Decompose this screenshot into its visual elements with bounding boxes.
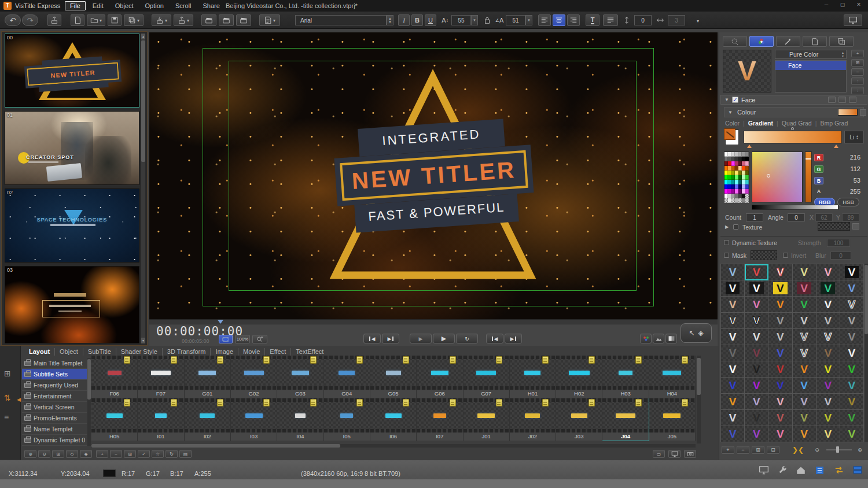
save-button[interactable] <box>108 14 122 26</box>
eyedropper-icon[interactable] <box>725 130 739 145</box>
texture-expand-icon[interactable]: ▶ <box>725 224 729 230</box>
zoom-level-button[interactable]: 100% <box>235 335 250 343</box>
tab-object[interactable]: Object <box>55 348 83 356</box>
y-field[interactable]: 89 <box>842 213 859 221</box>
external-monitor-icon[interactable] <box>757 464 771 476</box>
collapse-colour-icon[interactable]: ▼ <box>728 110 733 115</box>
home-icon[interactable] <box>794 464 808 476</box>
v-style-9[interactable]: V <box>793 280 816 297</box>
v-style-46[interactable]: V <box>816 378 840 394</box>
tab-effects[interactable] <box>776 36 800 47</box>
face-option1-button[interactable] <box>828 97 836 103</box>
archive-icon[interactable] <box>851 464 865 476</box>
export-button[interactable] <box>174 14 193 26</box>
timeline-ruler[interactable] <box>149 320 718 324</box>
menu-scroll[interactable]: Scroll <box>171 2 196 10</box>
new-document-button[interactable] <box>71 14 84 26</box>
v-style-50[interactable]: V <box>768 394 792 410</box>
category-vertical-screen[interactable]: Vertical Screen <box>22 402 87 413</box>
v-style-31[interactable]: V <box>745 345 768 361</box>
menu-edit[interactable]: Edit <box>88 2 108 10</box>
style-load-button[interactable]: ⊟ <box>767 446 779 454</box>
category-promoelements[interactable]: PromoElements <box>22 413 87 424</box>
tab-shader-style[interactable]: Shader Style <box>116 348 163 356</box>
hsb-mode-button[interactable]: HSB <box>837 198 859 206</box>
blur-field[interactable]: 0 <box>830 252 851 260</box>
v-style-64[interactable]: V <box>816 426 840 442</box>
thumbnail-01[interactable]: CREATOR SPOT 01 <box>5 111 139 185</box>
template-item-h01[interactable]: H01 <box>510 356 556 398</box>
close-icon[interactable]: ✕ <box>855 2 862 8</box>
font-family-select[interactable]: Arial <box>295 15 387 25</box>
category-main-title-templet[interactable]: Main Title Templet <box>22 358 87 369</box>
zoom-out-icon[interactable]: ⊖ <box>811 446 823 454</box>
tab-3d-transform[interactable]: 3D Transform <box>163 348 211 356</box>
v-style-57[interactable]: V <box>793 410 816 426</box>
replace-template-button[interactable]: ⊞ <box>124 450 136 458</box>
v-style-49[interactable]: V <box>745 394 768 410</box>
tab-effect[interactable]: Effect <box>265 348 291 356</box>
style-remove-button[interactable]: − <box>737 446 749 454</box>
pick-move-tool-button[interactable]: ↖◈ <box>681 323 712 343</box>
palette-swatch[interactable] <box>745 189 749 194</box>
template-item-j01[interactable]: J01 <box>464 398 510 441</box>
align-right-button[interactable] <box>567 14 580 26</box>
count-field[interactable]: 1 <box>746 213 763 221</box>
template-grid-hthumb[interactable] <box>91 444 340 448</box>
swap-template-button[interactable]: ⊞ <box>52 450 64 458</box>
import-button[interactable] <box>152 14 171 26</box>
v-style-6[interactable]: V <box>721 280 745 297</box>
v-style-29[interactable]: V <box>840 329 864 345</box>
layer-tree-icon[interactable]: ⊞ <box>4 369 11 378</box>
template-item-j02[interactable]: J02 <box>510 398 556 441</box>
menu-object[interactable]: Object <box>111 2 138 10</box>
palette-swatch[interactable] <box>745 157 749 161</box>
v-style-36[interactable]: V <box>721 361 745 378</box>
style-grid-scrollbar[interactable] <box>865 264 868 442</box>
v-style-30[interactable]: V <box>721 345 745 361</box>
add-template-button[interactable]: + <box>96 450 108 458</box>
playhead-marker[interactable] <box>218 320 223 324</box>
thumbnail-02[interactable]: SPACE TECHNOLOGIES 02 <box>5 188 139 263</box>
v-style-5[interactable]: V <box>840 264 864 280</box>
bold-button[interactable]: B <box>411 14 423 26</box>
template-item-g04[interactable]: G04 <box>324 356 370 398</box>
face-option2-button[interactable] <box>838 97 846 103</box>
line-spacing-icon[interactable] <box>620 14 633 26</box>
v-style-23[interactable]: V <box>840 313 864 329</box>
gradient-editor-bar[interactable] <box>744 131 842 143</box>
tab-texteffect[interactable]: TextEffect <box>291 348 328 356</box>
template-item-g02[interactable]: G02 <box>231 356 277 398</box>
hue-marker[interactable] <box>806 158 811 160</box>
v-style-40[interactable]: V <box>816 361 840 378</box>
v-style-52[interactable]: V <box>816 394 840 410</box>
style-zoom-knob[interactable] <box>836 446 839 453</box>
v-style-61[interactable]: V <box>745 426 768 442</box>
playlist-icon[interactable] <box>812 464 826 476</box>
v-style-65[interactable]: V <box>840 426 864 442</box>
v-style-13[interactable]: V <box>745 297 768 313</box>
v-style-10[interactable]: V <box>816 280 840 297</box>
category-scroll-thumb[interactable] <box>87 359 91 400</box>
template-item-f07[interactable]: F07 <box>138 356 184 398</box>
move-layer-down-button[interactable]: ↓ <box>851 87 864 94</box>
v-style-28[interactable]: V <box>816 329 840 345</box>
v-style-33[interactable]: V <box>793 345 816 361</box>
v-style-2[interactable]: V <box>768 264 792 280</box>
v-style-41[interactable]: V <box>840 361 864 378</box>
v-style-42[interactable]: V <box>721 378 745 394</box>
palette-swatch[interactable] <box>745 175 749 180</box>
template-item-i06[interactable]: I06 <box>370 398 417 441</box>
colour-section-header[interactable]: ▼ Colour <box>724 107 864 117</box>
text-baseline-button[interactable]: T <box>586 14 599 26</box>
face-option3-button[interactable] <box>849 97 856 103</box>
invert-checkbox[interactable] <box>783 253 788 258</box>
play-button[interactable]: ▶ <box>433 334 455 343</box>
texture-checkbox[interactable] <box>733 224 738 230</box>
tab-document[interactable] <box>803 36 827 47</box>
palette-swatch[interactable] <box>745 198 749 203</box>
settings-wrench-icon[interactable] <box>775 464 789 476</box>
v-style-45[interactable]: V <box>793 378 816 394</box>
texture-options-button[interactable] <box>852 223 859 230</box>
monitor-preview-button[interactable] <box>668 450 681 458</box>
